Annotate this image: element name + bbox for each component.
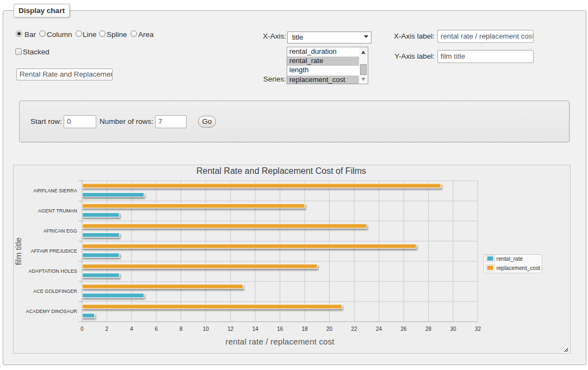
svg-text:26: 26 [401,326,407,332]
svg-text:12: 12 [227,326,234,332]
svg-text:AIRPLANE SIERRA: AIRPLANE SIERRA [33,188,77,193]
svg-text:24: 24 [376,326,382,332]
svg-text:22: 22 [351,326,358,332]
svg-text:AFRICAN EGG: AFRICAN EGG [44,228,77,234]
svg-text:ACADEMY DINOSAUR: ACADEMY DINOSAUR [26,309,77,314]
svg-text:10: 10 [203,326,209,332]
svg-text:0: 0 [81,326,84,332]
svg-text:4: 4 [130,326,133,332]
svg-text:18: 18 [302,326,308,332]
svg-text:Rental Rate and Replacement Co: Rental Rate and Replacement Cost of Film… [196,166,366,175]
svg-text:6: 6 [155,326,158,332]
svg-text:replacement_cost: replacement_cost [497,265,541,271]
svg-text:film title: film title [14,237,23,265]
svg-text:28: 28 [425,326,432,332]
svg-text:32: 32 [475,326,481,332]
svg-text:ADAPTATION HOLES: ADAPTATION HOLES [29,268,77,274]
svg-text:rental_rate: rental_rate [497,256,523,262]
svg-text:20: 20 [326,326,333,332]
svg-text:2: 2 [106,326,109,332]
svg-text:8: 8 [180,326,183,332]
svg-text:AGENT TRUMAN: AGENT TRUMAN [38,208,77,214]
svg-text:14: 14 [252,326,259,332]
svg-text:16: 16 [277,326,283,332]
svg-text:AFFAIR PREJUDICE: AFFAIR PREJUDICE [31,248,77,254]
svg-text:ACE GOLDFINGER: ACE GOLDFINGER [33,289,77,294]
svg-text:30: 30 [450,326,457,332]
svg-text:rental rate / replacement cost: rental rate / replacement cost [225,337,335,346]
